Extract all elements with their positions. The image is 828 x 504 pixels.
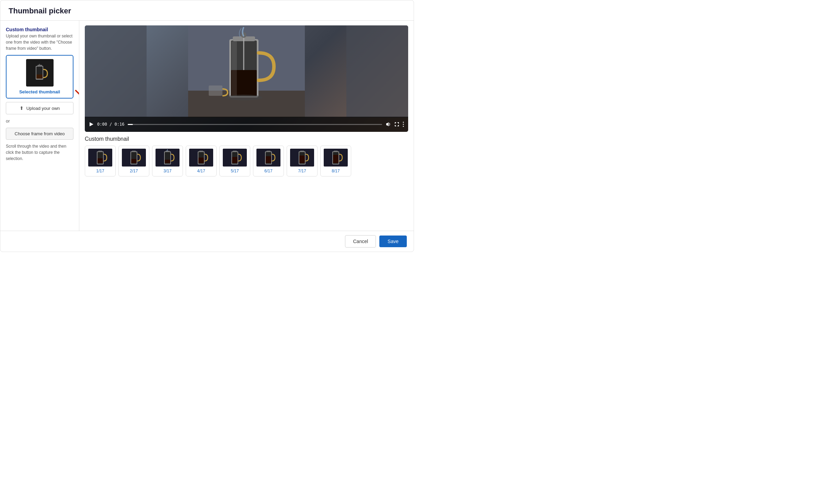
thumb-label-7: 7/17	[298, 169, 306, 173]
video-player[interactable]: 0:00 / 0:16	[85, 25, 408, 132]
thumbnail-item-2[interactable]: 2/17	[118, 146, 149, 176]
thumb-mini-8	[324, 149, 348, 167]
svg-rect-37	[165, 151, 170, 152]
svg-rect-18	[209, 85, 222, 96]
thumbnail-item-3[interactable]: 3/17	[152, 146, 183, 176]
thumb-label-6: 6/17	[264, 169, 272, 173]
thumb-mini-5	[223, 149, 247, 167]
thumb-mini-1	[88, 149, 112, 167]
upload-own-button[interactable]: ⬆ Upload your own	[6, 102, 73, 114]
arrow-indicator	[73, 88, 79, 108]
thumbnail-picker-dialog: Thumbnail picker Custom thumbnail Upload…	[0, 0, 414, 252]
dialog-footer: Cancel Save	[0, 231, 414, 252]
svg-point-20	[403, 122, 404, 123]
svg-marker-19	[90, 122, 93, 126]
thumb-mini-7	[290, 149, 314, 167]
thumbnail-item-1[interactable]: 1/17	[85, 146, 116, 176]
svg-rect-47	[232, 157, 238, 163]
selected-thumbnail-label: Selected thumbnail	[19, 89, 60, 94]
svg-point-6	[39, 64, 40, 65]
time-display: 0:00 / 0:16	[97, 122, 124, 127]
upload-btn-label: Upload your own	[26, 106, 60, 111]
svg-rect-58	[300, 151, 304, 152]
svg-rect-5	[37, 65, 42, 67]
cancel-button[interactable]: Cancel	[345, 235, 376, 248]
thumb-label-3: 3/17	[163, 169, 171, 173]
thumb-mini-6	[256, 149, 280, 167]
custom-thumbnail-section: Custom thumbnail	[85, 136, 408, 226]
svg-rect-57	[299, 156, 305, 163]
svg-line-7	[76, 90, 80, 104]
video-left-overlay	[85, 25, 147, 117]
thumbnail-item-4[interactable]: 4/17	[186, 146, 217, 176]
scroll-hint-text: Scroll through the video and then click …	[6, 143, 73, 162]
video-frame	[188, 25, 305, 117]
progress-bar-fill	[128, 124, 133, 125]
thumb-mini-2	[122, 149, 146, 167]
svg-point-21	[403, 124, 404, 125]
video-content	[85, 25, 408, 132]
svg-rect-32	[132, 151, 136, 152]
thumbnail-item-5[interactable]: 5/17	[219, 146, 250, 176]
thumbnail-item-6[interactable]: 6/17	[253, 146, 284, 176]
selected-thumbnail-box: Selected thumbnail	[6, 55, 73, 99]
svg-rect-48	[233, 151, 237, 152]
thumb-label-4: 4/17	[197, 169, 205, 173]
thumb-label-1: 1/17	[96, 169, 104, 173]
upload-icon: ⬆	[20, 105, 24, 111]
custom-thumb-section-title: Custom thumbnail	[85, 136, 408, 142]
svg-rect-36	[165, 160, 170, 163]
svg-rect-42	[198, 158, 204, 163]
svg-rect-53	[266, 151, 271, 152]
thumb-mini-3	[156, 149, 180, 167]
video-right-overlay	[346, 25, 408, 117]
thumbnail-item-8[interactable]: 8/17	[320, 146, 351, 176]
thumb-label-5: 5/17	[231, 169, 239, 173]
svg-rect-63	[334, 151, 338, 152]
more-options-button[interactable]	[403, 122, 404, 127]
svg-rect-62	[333, 155, 338, 163]
thumb-label-8: 8/17	[332, 169, 340, 173]
selected-thumbnail-image	[26, 59, 54, 87]
custom-thumbnail-header: Custom thumbnail Upload your own thumbna…	[6, 27, 73, 51]
volume-button[interactable]	[386, 122, 391, 127]
svg-rect-13	[232, 41, 237, 96]
or-separator: or	[6, 118, 73, 124]
svg-point-17	[225, 95, 263, 100]
svg-rect-26	[97, 158, 103, 163]
play-button[interactable]	[89, 122, 94, 127]
svg-point-22	[403, 126, 404, 127]
custom-thumbnail-title: Custom thumbnail	[6, 27, 73, 32]
svg-rect-43	[199, 151, 203, 152]
svg-rect-3	[36, 75, 43, 79]
svg-rect-27	[98, 151, 102, 152]
custom-thumbnail-desc: Upload your own thumbnail or select one …	[6, 33, 73, 51]
right-panel: 0:00 / 0:16	[79, 21, 414, 231]
thumbnail-item-7[interactable]: 7/17	[287, 146, 318, 176]
save-button[interactable]: Save	[379, 236, 407, 247]
dialog-title: Thumbnail picker	[9, 7, 405, 15]
thumb-label-2: 2/17	[130, 169, 138, 173]
thumbnails-grid: 1/17 2/	[85, 146, 408, 178]
dialog-body: Custom thumbnail Upload your own thumbna…	[0, 21, 414, 231]
choose-frame-button[interactable]: Choose frame from video	[6, 128, 73, 140]
left-panel: Custom thumbnail Upload your own thumbna…	[0, 21, 79, 231]
thumb-mini-4	[189, 149, 213, 167]
svg-rect-31	[131, 159, 137, 163]
progress-bar-track[interactable]	[128, 124, 382, 125]
fullscreen-button[interactable]	[394, 122, 399, 127]
svg-rect-52	[266, 156, 271, 163]
dialog-header: Thumbnail picker	[0, 0, 414, 21]
video-controls: 0:00 / 0:16	[85, 117, 408, 132]
